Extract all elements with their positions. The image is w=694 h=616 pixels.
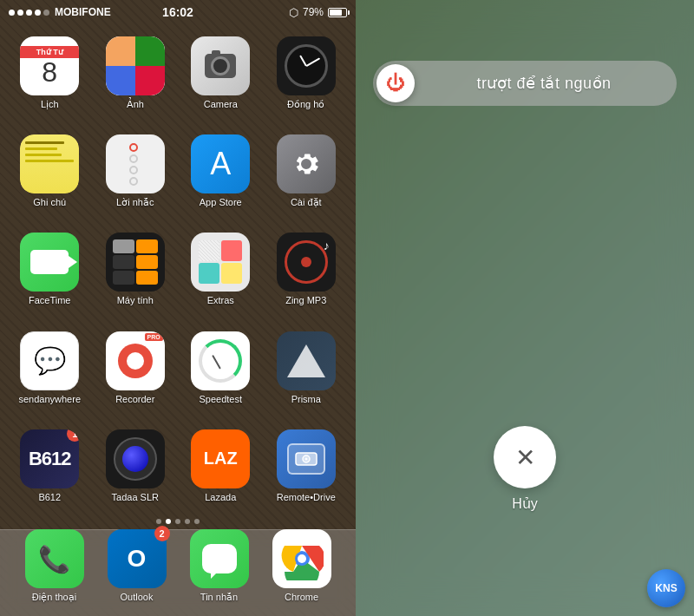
app-label-cai-dat: Cài đặt xyxy=(291,197,322,208)
app-label-speedtest: Speedtest xyxy=(199,394,242,405)
ext-cell-1 xyxy=(199,240,219,261)
power-slider-thumb[interactable]: ⏻ xyxy=(376,64,415,102)
cancel-label: Hủy xyxy=(512,495,538,512)
dock-chrome[interactable]: Chrome xyxy=(272,529,331,603)
app-icon-extras xyxy=(191,233,250,292)
tadaa-inner xyxy=(114,437,157,481)
status-right: ⬡ 79% xyxy=(289,6,347,19)
photo-cell-3 xyxy=(106,66,135,95)
app-icon-tadaa xyxy=(106,429,165,488)
kns-text: KNS xyxy=(655,582,677,594)
app-label-may-tinh: Máy tính xyxy=(117,295,154,306)
app-lazada[interactable]: LAZ Lazada xyxy=(178,424,264,522)
page-dot-3 xyxy=(175,519,180,524)
rem-dot-2 xyxy=(129,154,138,163)
app-icon-anh xyxy=(106,36,165,95)
app-zing-mp3[interactable]: ♪ Zing MP3 xyxy=(264,227,350,325)
dock-icon-messages xyxy=(190,529,249,588)
app-sendanywhere[interactable]: 💬 sendanywhere xyxy=(7,326,93,424)
app-may-tinh[interactable]: Máy tính xyxy=(93,227,179,325)
app-speedtest[interactable]: Speedtest xyxy=(178,326,264,424)
photo-cell-4 xyxy=(135,66,165,95)
app-label-prisma: Prisma xyxy=(291,394,321,405)
power-slider[interactable]: ⏻ trượt để tắt nguồn xyxy=(373,61,677,106)
dock-label-tin-nhan: Tin nhắn xyxy=(200,592,238,603)
note-line-3 xyxy=(25,154,62,156)
power-slider-container[interactable]: ⏻ trượt để tắt nguồn xyxy=(373,61,677,106)
app-extras[interactable]: Extras xyxy=(178,227,264,325)
battery-fill xyxy=(330,10,342,16)
speedtest-arc xyxy=(199,339,242,383)
prisma-triangle xyxy=(287,344,325,377)
kns-badge: KNS xyxy=(647,569,685,607)
app-dong-ho[interactable]: Đồng hồ xyxy=(264,31,350,129)
app-ghi-chu[interactable]: Ghi chú xyxy=(7,129,93,227)
note-line-2 xyxy=(25,147,56,150)
dock-dien-thoai[interactable]: 📞 Điện thoại xyxy=(25,529,84,603)
page-dots xyxy=(0,519,356,524)
photo-cell-1 xyxy=(106,36,135,66)
iphone-screen: MOBIFONE 16:02 ⬡ 79% Thứ Tư 8 Lịch xyxy=(0,0,356,616)
app-icon-sendanywhere: 💬 xyxy=(20,331,79,390)
facetime-camera xyxy=(30,250,69,274)
status-time: 16:02 xyxy=(162,5,193,19)
rem-dot-4 xyxy=(129,177,138,186)
app-lich[interactable]: Thứ Tư 8 Lịch xyxy=(7,31,93,129)
app-facetime[interactable]: FaceTime xyxy=(7,227,93,325)
zing-center xyxy=(301,257,311,267)
dock-outlook[interactable]: O 2 Outlook xyxy=(108,529,167,603)
page-dot-4 xyxy=(185,519,190,524)
speedtest-needle xyxy=(212,355,221,370)
app-icon-b612: B612 1 xyxy=(20,429,79,488)
app-recorder[interactable]: PRO Recorder xyxy=(93,326,179,424)
calc-btn-6 xyxy=(136,271,158,285)
gear-icon xyxy=(287,145,325,183)
signal-dot-2 xyxy=(17,10,23,16)
app-icon-notes xyxy=(20,134,79,193)
battery-percent: 79% xyxy=(303,6,324,18)
app-remote-drive[interactable]: Remote•Drive xyxy=(264,424,350,522)
app-icon-facetime xyxy=(20,233,79,292)
app-loi-nhac[interactable]: Lời nhắc xyxy=(93,129,179,227)
app-icon-recorder: PRO xyxy=(106,331,165,390)
page-dot-2 xyxy=(166,519,171,524)
note-line-1 xyxy=(25,141,64,144)
note-line-4 xyxy=(25,160,74,162)
app-icon-settings xyxy=(277,134,336,193)
app-icon-lazada: LAZ xyxy=(191,429,250,488)
clock-face xyxy=(285,44,328,88)
chrome-logo xyxy=(272,529,331,588)
power-slider-text: trượt để tắt nguồn xyxy=(415,74,673,93)
app-label-lich: Lịch xyxy=(41,99,59,110)
photos-grid xyxy=(106,36,165,95)
app-label-tadaa: Tadaa SLR xyxy=(112,492,159,503)
app-camera[interactable]: Camera xyxy=(178,31,264,129)
app-grid: Thứ Tư 8 Lịch Ảnh Camera xyxy=(0,24,356,529)
chrome-svg-icon xyxy=(280,537,324,580)
rem-row-1 xyxy=(129,143,141,152)
app-appstore[interactable]: A App Store xyxy=(178,129,264,227)
calc-btn-3 xyxy=(113,255,134,269)
rem-row-4 xyxy=(129,177,141,186)
outlook-badge: 2 xyxy=(154,526,170,541)
wifi-icon: ⬡ xyxy=(289,6,298,19)
cancel-button[interactable]: ✕ xyxy=(494,426,556,488)
app-label-recorder: Recorder xyxy=(115,394,154,405)
calc-grid xyxy=(113,239,158,285)
cancel-button-container: ✕ Hủy xyxy=(494,426,556,512)
app-label-dong-ho: Đồng hồ xyxy=(287,99,324,110)
app-prisma[interactable]: Prisma xyxy=(264,326,350,424)
signal-dot-3 xyxy=(26,10,32,16)
app-label-b612: B612 xyxy=(38,492,61,503)
dock-tin-nhan[interactable]: Tin nhắn xyxy=(190,529,249,603)
battery-icon xyxy=(328,8,347,17)
app-tadaa[interactable]: Tadaa SLR xyxy=(93,424,179,522)
cancel-x-icon: ✕ xyxy=(515,443,535,472)
app-b612[interactable]: B612 1 B612 xyxy=(7,424,93,522)
dock-label-chrome: Chrome xyxy=(285,592,318,603)
app-icon-appstore: A xyxy=(191,134,250,193)
b612-text: B612 xyxy=(29,448,71,470)
app-cai-dat[interactable]: Cài đặt xyxy=(264,129,350,227)
photo-cell-2 xyxy=(135,36,165,66)
app-anh[interactable]: Ảnh xyxy=(93,31,179,129)
